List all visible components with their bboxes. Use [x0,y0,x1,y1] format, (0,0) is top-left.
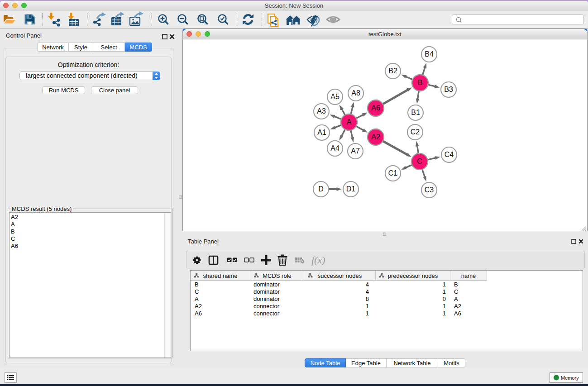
svg-text:A4: A4 [330,144,339,152]
svg-text:C2: C2 [411,128,420,136]
svg-text:B3: B3 [444,86,453,93]
svg-text:A8: A8 [351,89,360,97]
svg-text:A2: A2 [371,133,380,141]
svg-text:D1: D1 [346,185,356,193]
svg-text:B1: B1 [411,109,420,116]
svg-text:A3: A3 [317,107,326,115]
svg-text:f(x): f(x) [311,254,325,266]
svg-text:B2: B2 [388,67,397,75]
svg-text:A1: A1 [317,129,326,136]
svg-text:A: A [347,118,352,126]
svg-text:C4: C4 [445,151,454,158]
svg-text:B: B [418,79,423,86]
svg-text:C1: C1 [388,169,398,177]
svg-text:A6: A6 [371,104,380,112]
svg-text:C3: C3 [425,186,434,194]
svg-text:A7: A7 [351,147,360,155]
svg-text:C: C [417,157,422,165]
svg-text:B4: B4 [425,50,434,58]
svg-text:A5: A5 [330,93,339,100]
svg-text:Memory: Memory [561,375,579,381]
svg-text:D: D [318,185,324,193]
